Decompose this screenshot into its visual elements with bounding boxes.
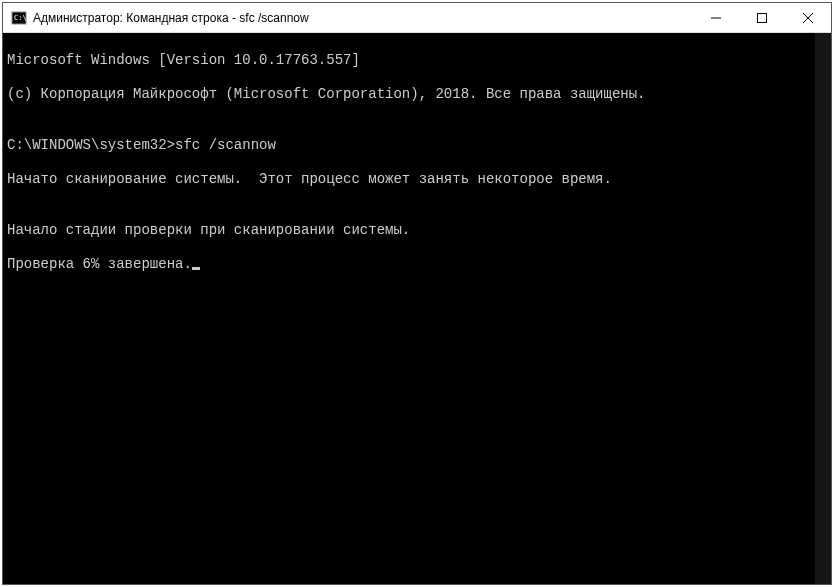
- svg-text:C:\: C:\: [14, 14, 27, 22]
- console-line: Microsoft Windows [Version 10.0.17763.55…: [7, 52, 827, 69]
- prompt: C:\WINDOWS\system32>: [7, 137, 175, 153]
- titlebar[interactable]: C:\ Администратор: Командная строка - sf…: [3, 3, 831, 33]
- maximize-button[interactable]: [739, 3, 785, 32]
- command-prompt-window: C:\ Администратор: Командная строка - sf…: [2, 2, 832, 585]
- command-text: sfc /scannow: [175, 137, 276, 153]
- console-line: (c) Корпорация Майкрософт (Microsoft Cor…: [7, 86, 827, 103]
- vertical-scrollbar[interactable]: [815, 33, 831, 584]
- close-button[interactable]: [785, 3, 831, 32]
- window-title: Администратор: Командная строка - sfc /s…: [33, 11, 693, 25]
- minimize-button[interactable]: [693, 3, 739, 32]
- app-icon: C:\: [11, 10, 27, 26]
- console-line: Начато сканирование системы. Этот процес…: [7, 171, 827, 188]
- svg-rect-3: [758, 13, 767, 22]
- progress-line: Проверка 6% завершена.: [7, 256, 192, 272]
- window-controls: [693, 3, 831, 32]
- console-line: Начало стадии проверки при сканировании …: [7, 222, 827, 239]
- console-output[interactable]: Microsoft Windows [Version 10.0.17763.55…: [3, 33, 831, 584]
- cursor: [192, 267, 200, 270]
